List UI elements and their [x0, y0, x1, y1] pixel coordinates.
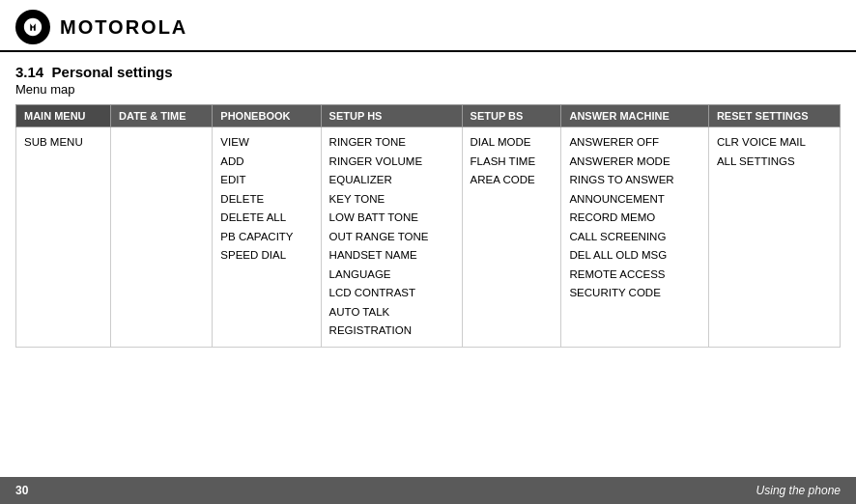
cell-date-time — [111, 127, 213, 348]
col-header-setup-bs: SETUP BS — [462, 105, 561, 127]
page-header: MOTOROLA — [0, 0, 856, 52]
cell-answer-machine: ANSWERER OFF ANSWERER MODE RINGS TO ANSW… — [561, 127, 708, 348]
col-header-main-menu: MAIN MENU — [16, 105, 111, 127]
col-header-reset-settings: RESET SETTINGS — [708, 105, 840, 127]
motorola-m-icon — [22, 16, 43, 38]
brand-name: MOTOROLA — [60, 16, 187, 39]
section-title: 3.14 Personal settings — [15, 64, 841, 80]
cell-phonebook: VIEW ADD EDIT DELETE DELETE ALL PB CAPAC… — [213, 127, 321, 348]
motorola-logo-circle — [15, 10, 50, 44]
col-header-phonebook: PHONEBOOK — [213, 105, 321, 127]
section-subtitle: Menu map — [15, 82, 841, 97]
footer-text: Using the phone — [756, 484, 841, 497]
cell-sub-menu: SUB MENU — [16, 127, 111, 348]
page-content: 3.14 Personal settings Menu map MAIN MEN… — [0, 52, 856, 348]
col-header-setup-hs: SETUP HS — [321, 105, 462, 127]
col-header-date-time: DATE & TIME — [111, 105, 213, 127]
col-header-answer-machine: ANSWER MACHINE — [561, 105, 708, 127]
cell-setup-hs: RINGER TONE RINGER VOLUME EQUALIZER KEY … — [321, 127, 462, 348]
table-row: SUB MENU VIEW ADD EDIT DELETE DELETE ALL… — [16, 127, 841, 348]
cell-reset-settings: CLR VOICE MAIL ALL SETTINGS — [708, 127, 840, 348]
footer-page-number: 30 — [15, 484, 28, 497]
cell-setup-bs: DIAL MODE FLASH TIME AREA CODE — [462, 127, 561, 348]
menu-table: MAIN MENU DATE & TIME PHONEBOOK SETUP HS… — [15, 104, 841, 348]
page-footer: 30 Using the phone — [0, 477, 856, 504]
